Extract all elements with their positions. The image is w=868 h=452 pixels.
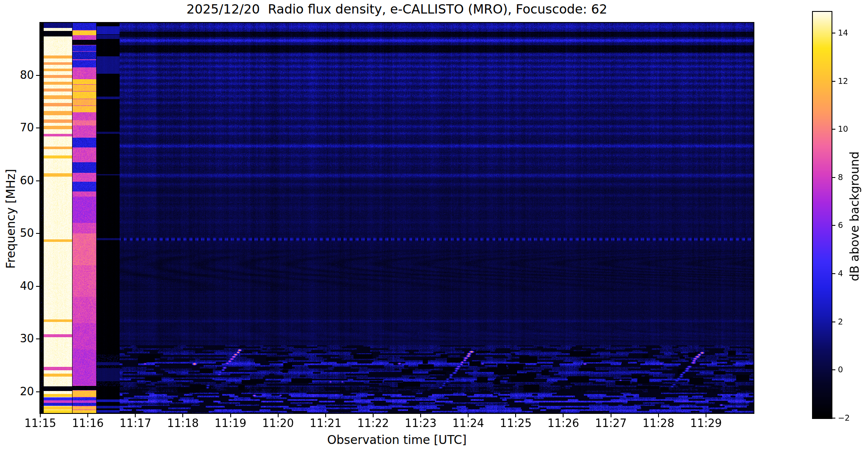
colorbar-tick-label: −2 [838, 413, 863, 422]
y-tick-mark [36, 180, 40, 181]
x-tick-label: 11:25 [492, 417, 539, 430]
y-tick-label: 20 [0, 385, 34, 398]
y-tick-label: 70 [0, 121, 34, 134]
x-tick-label: 11:16 [64, 417, 111, 430]
colorbar-tick-mark [832, 129, 835, 130]
colorbar-label: dB above background [848, 132, 862, 301]
x-axis-label: Observation time [UTC] [40, 433, 754, 447]
x-tick-label: 11:27 [588, 417, 634, 430]
y-tick-mark [36, 75, 40, 76]
colorbar-tick-label: 2 [838, 317, 863, 326]
colorbar-tick-mark [832, 322, 835, 322]
x-tick-label: 11:20 [255, 417, 301, 430]
colorbar-tick-mark [832, 177, 835, 178]
colorbar-tick-label: 0 [838, 365, 863, 374]
colorbar-tick-mark [832, 369, 835, 370]
x-tick-label: 11:29 [683, 417, 729, 430]
x-tick-label: 11:23 [397, 417, 444, 430]
y-tick-mark [36, 233, 40, 234]
x-tick-label: 11:22 [350, 417, 396, 430]
x-tick-label: 11:26 [540, 417, 586, 430]
y-tick-label: 80 [0, 69, 34, 81]
x-tick-label: 11:19 [207, 417, 254, 430]
x-tick-label: 11:18 [159, 417, 206, 430]
y-axis-label: Frequency [MHz] [4, 134, 18, 304]
colorbar-tick-mark [832, 418, 835, 419]
y-tick-mark [36, 128, 40, 128]
colorbar-tick-label: 14 [838, 28, 863, 37]
y-tick-label: 30 [0, 332, 34, 345]
x-tick-label: 11:15 [17, 417, 64, 430]
chart-title: 2025/12/20 Radio flux density, e-CALLIST… [40, 2, 754, 17]
x-tick-label: 11:17 [112, 417, 159, 430]
figure-root: 2025/12/20 Radio flux density, e-CALLIST… [0, 0, 868, 452]
colorbar-tick-mark [832, 225, 835, 226]
x-tick-label: 11:24 [445, 417, 491, 430]
colorbar-tick-label: 12 [838, 76, 863, 86]
x-tick-label: 11:28 [635, 417, 682, 430]
colorbar-tick-mark [832, 81, 835, 82]
colorbar-tick-mark [832, 33, 835, 33]
y-tick-mark [36, 391, 40, 392]
x-tick-label: 11:21 [302, 417, 349, 430]
y-tick-mark [36, 338, 40, 339]
plot-border [39, 22, 754, 414]
colorbar-tick-mark [832, 273, 835, 274]
colorbar-border [812, 11, 832, 419]
y-tick-mark [36, 286, 40, 287]
